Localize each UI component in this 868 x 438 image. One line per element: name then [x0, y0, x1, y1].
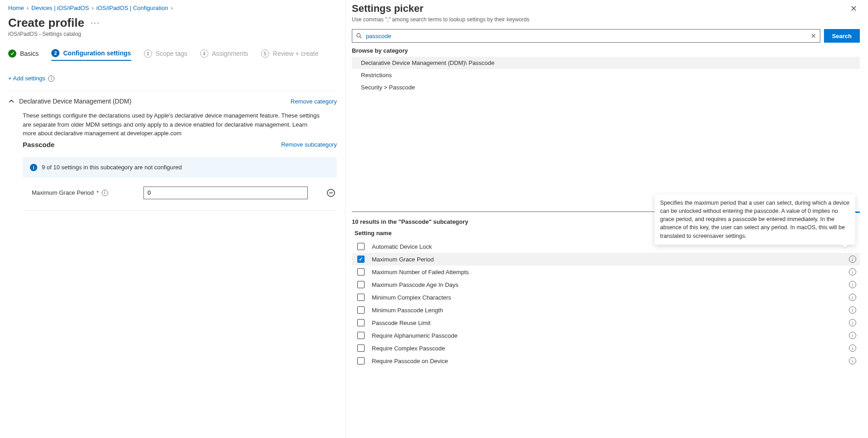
result-row[interactable]: Minimum Complex Charactersi — [352, 291, 860, 304]
result-row[interactable]: Require Alphanumeric Passcodei — [352, 329, 860, 342]
step-label: Configuration settings — [63, 49, 131, 57]
result-row[interactable]: Passcode Reuse Limiti — [352, 316, 860, 329]
results-list: Automatic Device LockMaximum Grace Perio… — [352, 240, 860, 367]
breadcrumb-devices[interactable]: Devices | iOS/iPadOS — [31, 5, 89, 11]
result-label: Require Passcode on Device — [372, 358, 448, 364]
info-icon[interactable]: i — [849, 281, 856, 288]
wizard-steps: ✓Basics2Configuration settings3Scope tag… — [8, 49, 337, 62]
remove-setting-icon[interactable] — [327, 189, 335, 197]
step-badge: ✓ — [8, 49, 16, 58]
svg-point-0 — [357, 34, 360, 37]
step-label: Assignments — [212, 50, 248, 57]
checkbox[interactable] — [357, 268, 365, 276]
info-icon[interactable]: i — [849, 294, 856, 301]
svg-line-1 — [360, 37, 362, 39]
search-input[interactable] — [366, 33, 807, 39]
browse-label: Browse by category — [352, 47, 860, 54]
step-assignments[interactable]: 4Assignments — [200, 49, 248, 61]
checkbox[interactable] — [357, 256, 365, 263]
max-grace-period-input[interactable] — [143, 187, 308, 199]
result-label: Maximum Passcode Age In Days — [372, 281, 459, 288]
tooltip: Specifies the maximum period that a user… — [655, 194, 855, 245]
divider — [23, 210, 337, 211]
category-item[interactable]: Security > Passcode — [352, 81, 860, 94]
result-label: Passcode Reuse Limit — [372, 320, 430, 326]
panel-title: Settings picker — [352, 3, 529, 15]
chevron-right-icon: › — [171, 5, 173, 11]
breadcrumb: Home › Devices | iOS/iPadOS › iOS/iPadOS… — [8, 3, 337, 16]
breadcrumb-config[interactable]: iOS/iPadOS | Configuration — [96, 5, 168, 11]
category-description: These settings configure the declaration… — [23, 111, 322, 138]
result-row[interactable]: Require Complex Passcodei — [352, 342, 860, 354]
divider — [8, 91, 337, 91]
remove-category-link[interactable]: Remove category — [291, 98, 337, 105]
info-banner: i 9 of 10 settings in this subcategory a… — [23, 157, 337, 177]
info-icon: i — [30, 164, 37, 171]
result-label: Require Complex Passcode — [372, 345, 445, 352]
step-badge: 3 — [144, 49, 152, 58]
search-box[interactable]: ✕ — [352, 29, 820, 43]
breadcrumb-home[interactable]: Home — [8, 5, 24, 11]
chevron-up-icon[interactable] — [8, 98, 15, 104]
close-icon[interactable]: ✕ — [848, 3, 860, 15]
required-asterisk: * — [97, 189, 99, 196]
result-label: Automatic Device Lock — [372, 243, 432, 250]
search-button[interactable]: Search — [824, 29, 860, 43]
result-label: Require Alphanumeric Passcode — [372, 332, 458, 339]
checkbox[interactable] — [357, 294, 365, 301]
checkbox[interactable] — [357, 357, 365, 364]
info-icon[interactable]: i — [48, 75, 54, 82]
result-row[interactable]: Maximum Number of Failed Attemptsi — [352, 266, 860, 278]
subcategory-title: Passcode — [23, 141, 54, 148]
checkbox[interactable] — [357, 332, 365, 339]
checkbox[interactable] — [357, 243, 365, 250]
category-item[interactable]: Declarative Device Management (DDM)\ Pas… — [352, 57, 860, 69]
step-label: Review + create — [273, 50, 319, 57]
info-icon[interactable]: i — [102, 190, 108, 196]
info-icon[interactable]: i — [849, 332, 856, 339]
result-row[interactable]: Maximum Grace Periodi — [352, 253, 860, 266]
checkbox[interactable] — [357, 344, 365, 352]
info-icon[interactable]: i — [849, 256, 856, 263]
page-title: Create profile — [8, 16, 84, 30]
result-row[interactable]: Maximum Passcode Age In Daysi — [352, 278, 860, 291]
info-icon[interactable]: i — [849, 306, 856, 314]
result-row[interactable]: Minimum Passcode Lengthi — [352, 304, 860, 316]
step-review-create[interactable]: 5Review + create — [261, 49, 319, 61]
checkbox[interactable] — [357, 319, 365, 326]
info-icon[interactable]: i — [849, 268, 856, 276]
chevron-right-icon: › — [27, 5, 29, 11]
result-label: Minimum Passcode Length — [372, 307, 443, 314]
chevron-right-icon: › — [92, 5, 94, 11]
setting-label: Maximum Grace Period — [32, 189, 94, 196]
search-icon — [356, 33, 362, 39]
page-subtitle: iOS/iPadOS - Settings catalog — [8, 31, 337, 37]
add-settings-link[interactable]: + Add settings — [8, 75, 45, 82]
clear-search-icon[interactable]: ✕ — [811, 32, 816, 39]
result-row[interactable]: Require Passcode on Devicei — [352, 354, 860, 367]
info-icon[interactable]: i — [849, 344, 856, 352]
checkbox[interactable] — [357, 281, 365, 288]
checkbox[interactable] — [357, 306, 365, 314]
result-label: Maximum Number of Failed Attempts — [372, 269, 469, 276]
step-badge: 4 — [200, 49, 208, 58]
more-actions-button[interactable]: ··· — [91, 18, 100, 28]
banner-text: 9 of 10 settings in this subcategory are… — [42, 164, 182, 171]
category-list: Declarative Device Management (DDM)\ Pas… — [352, 57, 860, 94]
result-label: Maximum Grace Period — [372, 256, 434, 263]
category-item[interactable]: Restrictions — [352, 69, 860, 81]
step-badge: 5 — [261, 49, 269, 58]
step-scope-tags[interactable]: 3Scope tags — [144, 49, 187, 61]
step-label: Basics — [20, 50, 39, 57]
step-label: Scope tags — [156, 50, 187, 57]
category-title: Declarative Device Management (DDM) — [19, 98, 131, 105]
step-basics[interactable]: ✓Basics — [8, 49, 39, 61]
remove-subcategory-link[interactable]: Remove subcategory — [281, 141, 337, 148]
result-label: Minimum Complex Characters — [372, 294, 451, 301]
info-icon[interactable]: i — [849, 357, 856, 364]
step-badge: 2 — [51, 49, 59, 57]
panel-subtitle: Use commas "," among search terms to loo… — [352, 16, 529, 23]
info-icon[interactable]: i — [849, 319, 856, 326]
step-configuration-settings[interactable]: 2Configuration settings — [51, 49, 131, 61]
